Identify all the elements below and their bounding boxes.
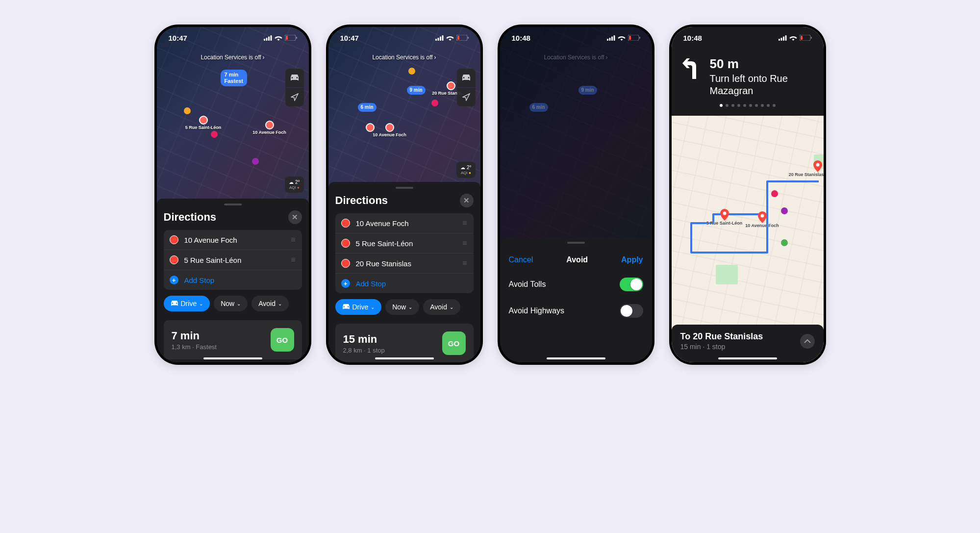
location-button[interactable] xyxy=(285,88,304,106)
route-card[interactable]: 7 min 1,3 km · Fastest GO xyxy=(164,320,302,359)
close-button[interactable]: ✕ xyxy=(288,210,302,224)
phone-2: 9 min 6 min 10 Avenue Foch 20 Rue Stanis… xyxy=(326,25,483,365)
avoid-highways-toggle[interactable] xyxy=(620,304,643,318)
map-pin-icon[interactable] xyxy=(366,123,375,132)
status-bar: 10:48 xyxy=(500,27,652,49)
avoid-sheet[interactable]: Cancel Avoid Apply Avoid Tolls Avoid Hig… xyxy=(500,238,652,362)
route-time-callout[interactable]: 6 min xyxy=(358,103,377,112)
pin-label: 5 Rue Saint-Léon xyxy=(185,125,222,130)
nav-destination-sub: 15 min · 1 stop xyxy=(680,343,763,351)
route-time-callout[interactable]: 7 min Fastest xyxy=(221,70,248,86)
map-pin-icon[interactable] xyxy=(813,160,822,172)
avoid-pill[interactable]: Avoid ⌄ xyxy=(423,299,460,315)
phone-3: 9 min 6 min 10:48 Location Services is o… xyxy=(498,25,654,365)
sheet-grabber[interactable] xyxy=(567,242,585,244)
home-indicator[interactable] xyxy=(547,357,605,359)
weather-badge[interactable]: ☁ 2° AQI ● xyxy=(285,177,303,193)
screen-4: 5 Rue Saint-Léon 10 Avenue Foch 20 Rue S… xyxy=(672,27,824,362)
driving-mode-button[interactable] xyxy=(457,69,476,87)
stops-list: 10 Avenue Foch ≡ 5 Rue Saint-Léon ≡ + Ad… xyxy=(164,230,302,290)
avoid-tolls-toggle[interactable] xyxy=(620,278,643,291)
status-bar: 10:47 xyxy=(157,27,309,49)
close-button[interactable]: ✕ xyxy=(460,194,474,207)
avoid-tolls-row: Avoid Tolls xyxy=(500,271,652,298)
map-pin-icon[interactable] xyxy=(447,81,455,90)
nav-distance: 50 m xyxy=(710,56,814,72)
time-pill[interactable]: Now ⌄ xyxy=(214,296,248,311)
go-button[interactable]: GO xyxy=(442,331,466,355)
drag-handle-icon[interactable]: ≡ xyxy=(462,242,467,245)
stop-row[interactable]: 5 Rue Saint-Léon ≡ xyxy=(164,250,302,270)
drag-handle-icon[interactable]: ≡ xyxy=(291,238,296,241)
poi-icon xyxy=(781,207,788,214)
route-time-callout: 9 min xyxy=(578,86,597,95)
svg-rect-2 xyxy=(268,36,270,41)
poi-icon xyxy=(408,68,415,75)
map-controls xyxy=(457,69,476,106)
drag-handle-icon[interactable]: ≡ xyxy=(462,222,467,225)
map-pin-icon[interactable] xyxy=(758,211,767,223)
route-time-callout: 6 min xyxy=(529,103,548,112)
chevron-right-icon: › xyxy=(434,54,436,61)
location-banner[interactable]: Location Services is off › xyxy=(372,54,436,61)
home-indicator[interactable] xyxy=(718,357,777,359)
time-pill[interactable]: Now ⌄ xyxy=(385,299,419,315)
drive-mode-pill[interactable]: Drive ⌄ xyxy=(164,296,210,311)
svg-rect-19 xyxy=(629,36,631,40)
map-pin-icon[interactable] xyxy=(385,123,394,132)
add-stop-row[interactable]: + Add Stop xyxy=(164,270,302,290)
svg-rect-6 xyxy=(296,37,297,39)
route-summary: 7 min 1,3 km · Fastest xyxy=(172,330,217,351)
weather-badge[interactable]: ☁ 2° AQI ● xyxy=(456,162,475,178)
driving-mode-button[interactable] xyxy=(285,69,304,87)
battery-icon xyxy=(800,35,812,41)
sheet-grabber[interactable] xyxy=(224,203,242,205)
avoid-header: Cancel Avoid Apply xyxy=(500,249,652,271)
status-bar: 10:47 xyxy=(328,27,480,49)
route-card[interactable]: 15 min 2,8 km · 1 stop GO xyxy=(335,324,474,362)
screen-1: 7 min Fastest 5 Rue Saint-Léon 10 Avenue… xyxy=(157,27,309,362)
directions-sheet[interactable]: Directions ✕ 10 Avenue Foch ≡ 5 Rue Sain… xyxy=(328,182,480,362)
home-indicator[interactable] xyxy=(203,357,262,359)
poi-icon xyxy=(211,131,218,138)
sheet-title: Directions xyxy=(164,211,217,224)
svg-rect-9 xyxy=(440,36,441,41)
directions-sheet[interactable]: Directions ✕ 10 Avenue Foch ≡ 5 Rue Sain… xyxy=(157,199,309,362)
svg-rect-29 xyxy=(801,36,803,40)
stop-row[interactable]: 10 Avenue Foch ≡ xyxy=(164,230,302,250)
drag-handle-icon[interactable]: ≡ xyxy=(462,262,467,265)
step-indicator[interactable] xyxy=(681,104,814,107)
route-time-callout[interactable]: 9 min xyxy=(407,86,426,95)
chevron-up-icon xyxy=(804,339,811,343)
location-banner[interactable]: Location Services is off › xyxy=(201,54,264,61)
map-pin-icon[interactable] xyxy=(265,121,274,129)
cancel-button[interactable]: Cancel xyxy=(509,255,533,264)
home-indicator[interactable] xyxy=(375,357,434,359)
sheet-grabber[interactable] xyxy=(396,187,413,189)
status-time: 10:47 xyxy=(340,34,359,42)
apply-button[interactable]: Apply xyxy=(621,255,643,264)
cellular-icon xyxy=(607,35,615,41)
go-button[interactable]: GO xyxy=(271,328,294,352)
expand-button[interactable] xyxy=(800,334,815,349)
svg-rect-13 xyxy=(468,37,469,39)
drag-handle-icon[interactable]: ≡ xyxy=(291,258,296,261)
stop-name: 5 Rue Saint-Léon xyxy=(356,239,463,248)
plus-icon: + xyxy=(170,276,178,284)
svg-rect-5 xyxy=(286,36,288,40)
stop-row[interactable]: 5 Rue Saint-Léon ≡ xyxy=(335,233,474,254)
map-pin-icon[interactable] xyxy=(720,209,729,221)
svg-rect-14 xyxy=(607,39,608,41)
stop-row[interactable]: 20 Rue Stanislas ≡ xyxy=(335,254,474,274)
poi-icon xyxy=(184,107,191,114)
screen-3: 9 min 6 min 10:48 Location Services is o… xyxy=(500,27,652,362)
phone-4: 5 Rue Saint-Léon 10 Avenue Foch 20 Rue S… xyxy=(669,25,826,365)
avoid-pill[interactable]: Avoid ⌄ xyxy=(251,296,289,311)
pin-label: 10 Avenue Foch xyxy=(252,130,286,135)
add-stop-row[interactable]: + Add Stop xyxy=(335,274,474,293)
stop-row[interactable]: 10 Avenue Foch ≡ xyxy=(335,213,474,233)
map-pin-icon[interactable] xyxy=(199,116,208,125)
location-button[interactable] xyxy=(457,88,476,106)
drive-mode-pill[interactable]: Drive ⌄ xyxy=(335,299,382,315)
nav-footer[interactable]: To 20 Rue Stanislas 15 min · 1 stop xyxy=(672,325,824,362)
